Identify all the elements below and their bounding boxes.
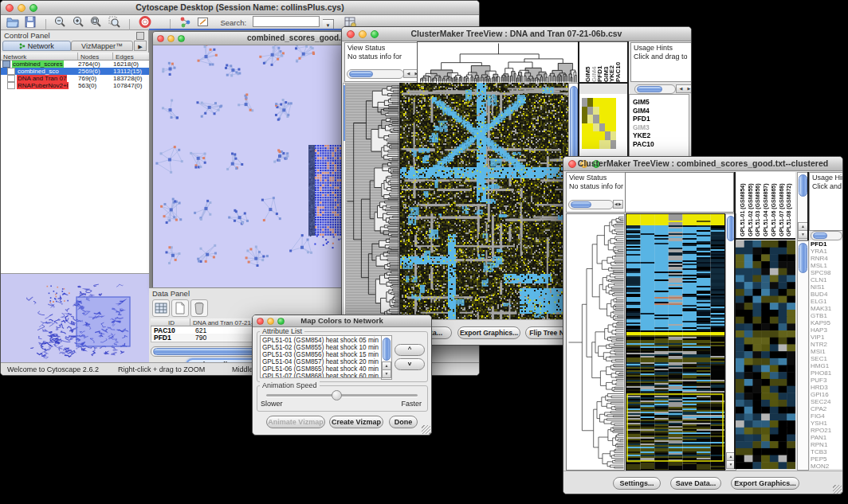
birdseye-canvas[interactable] — [1, 275, 149, 363]
gene-label[interactable]: GIM4 — [633, 107, 687, 115]
summary-cell[interactable] — [605, 123, 610, 132]
column-dendrogram[interactable] — [417, 41, 579, 84]
open-file-icon[interactable] — [6, 15, 20, 29]
summary-cell[interactable] — [593, 107, 599, 115]
scrollbar-thumb[interactable] — [799, 243, 807, 273]
scrollbar-thumb[interactable] — [799, 174, 807, 197]
speed-slider-track[interactable] — [266, 394, 418, 397]
gene-label[interactable]: CLN1 — [811, 276, 843, 283]
table-grid-icon[interactable] — [152, 299, 170, 317]
summary-cell[interactable] — [582, 107, 587, 115]
summary-cell[interactable] — [582, 98, 587, 107]
resize-grip[interactable] — [422, 425, 430, 434]
heatmap-canvas[interactable] — [626, 213, 725, 471]
settings-button[interactable]: Settings... — [613, 477, 661, 490]
network-table-row[interactable]: RNAPuberNov2+l563(0)107847(0) — [1, 82, 149, 89]
gene-label[interactable]: GIM5 — [633, 98, 687, 107]
tab-vizmapper[interactable]: VizMapper™ — [71, 41, 133, 51]
network-table-row[interactable]: combined_sco2569(6)13112(15) — [1, 68, 149, 75]
zoom-selected-icon[interactable] — [108, 15, 122, 29]
gene-label[interactable]: SEC24 — [811, 398, 843, 405]
gene-label[interactable]: TCB3 — [811, 448, 843, 455]
gene-label[interactable]: MSL1 — [811, 262, 843, 269]
summary-cell[interactable] — [610, 123, 616, 132]
network-table-row[interactable]: combined_scores2764(0)16218(0) — [1, 61, 149, 68]
attribute-item[interactable]: GPL51-06 (GSM865) heat shock 40 min — [262, 365, 390, 373]
view-status-hscrollbar[interactable] — [347, 69, 404, 79]
gene-label[interactable]: YKE2 — [633, 131, 687, 140]
summary-cell[interactable] — [587, 115, 593, 123]
summary-heatmap[interactable] — [582, 98, 616, 149]
summary-cell[interactable] — [610, 98, 616, 107]
summary-cell[interactable] — [587, 107, 593, 115]
gene-label[interactable]: SPC98 — [811, 269, 843, 276]
zoom-fit-icon[interactable] — [89, 15, 104, 29]
move-up-button[interactable]: ^ — [395, 344, 425, 356]
summary-cell[interactable] — [587, 98, 593, 107]
summary-hscrollbar[interactable] — [634, 84, 676, 94]
zoom-in-icon[interactable] — [72, 15, 86, 29]
zoom-vscrollbar[interactable] — [797, 240, 809, 471]
summary-cell[interactable] — [593, 140, 599, 149]
zoom-out-icon[interactable] — [53, 15, 68, 29]
scrollbar-thumb[interactable] — [349, 71, 373, 77]
speed-slider-thumb[interactable] — [332, 390, 342, 400]
summary-cell[interactable] — [599, 123, 605, 132]
gene-label[interactable]: PFD1 — [811, 240, 843, 248]
summary-cell[interactable] — [599, 98, 605, 107]
tab-overflow-icon[interactable]: ▶ — [134, 41, 147, 51]
heatmap-canvas[interactable] — [399, 83, 568, 319]
gene-label[interactable]: RNR4 — [811, 255, 843, 262]
scrollbar-thumb[interactable] — [344, 85, 345, 141]
tab-network[interactable]: Network — [2, 41, 71, 51]
create-vizmap-button[interactable]: Create Vizmap — [329, 416, 383, 428]
summary-cell[interactable] — [582, 115, 587, 123]
gene-label[interactable]: GPI16 — [811, 391, 843, 398]
summary-cell[interactable] — [599, 115, 605, 123]
gene-label[interactable]: MSI1 — [811, 348, 843, 355]
gene-label[interactable]: PFD1 — [633, 115, 687, 123]
attribute-list[interactable]: GPL51-01 (GSM854) heat shock 05 minGPL51… — [260, 335, 391, 378]
gene-label[interactable]: MAK31 — [811, 305, 843, 312]
scrollbar-thumb[interactable] — [383, 338, 391, 361]
save-icon[interactable] — [23, 15, 37, 29]
summary-cell[interactable] — [587, 140, 593, 149]
col-header-id[interactable]: ID — [151, 318, 190, 326]
summary-cell[interactable] — [593, 115, 599, 123]
attribute-item[interactable]: GPL51-04 (GSM857) heat shock 20 min — [262, 358, 390, 365]
scrollbar-thumb[interactable] — [813, 232, 827, 239]
gene-label[interactable]: RPO21 — [811, 427, 843, 434]
dialog-titlebar[interactable]: Map Colors to Network — [253, 315, 431, 327]
trash-icon[interactable] — [190, 299, 208, 317]
gene-label[interactable]: MON2 — [811, 463, 843, 469]
gene-label[interactable]: PAC10 — [633, 140, 687, 149]
gene-label[interactable]: PEP5 — [811, 455, 843, 463]
gene-label[interactable]: FIG4 — [811, 412, 843, 420]
summary-cell[interactable] — [605, 98, 610, 107]
cytoscape-titlebar[interactable]: Cytoscape Desktop (Session Name: collins… — [1, 1, 479, 15]
resize-grip[interactable] — [833, 485, 842, 494]
network-nodes-icon[interactable] — [179, 15, 193, 29]
summary-cell[interactable] — [605, 140, 610, 149]
summary-cell[interactable] — [599, 107, 605, 115]
done-button[interactable]: Done — [389, 416, 418, 428]
summary-cell[interactable] — [610, 107, 616, 115]
gene-label[interactable]: YRA1 — [811, 248, 843, 255]
scrollbar-thumb[interactable] — [571, 201, 591, 208]
export-graphics-button[interactable]: Export Graphics... — [731, 477, 799, 490]
gene-label[interactable]: CPA2 — [811, 405, 843, 412]
attribute-list-vscrollbar[interactable]: ▲ ▼ — [381, 335, 392, 380]
gene-label[interactable]: NTR2 — [811, 341, 843, 348]
network-table-row[interactable]: DNA and Tran 07769(0)183728(0) — [1, 75, 149, 82]
summary-cell[interactable] — [599, 140, 605, 149]
summary-cell[interactable] — [582, 131, 587, 140]
summary-cell[interactable] — [599, 131, 605, 140]
gene-label[interactable]: PHO81 — [811, 369, 843, 377]
float-panel-icon[interactable] — [136, 32, 144, 40]
gene-label[interactable]: HAP3 — [811, 326, 843, 334]
save-data-button[interactable]: Save Data... — [670, 477, 721, 490]
export-graphics-button[interactable]: Export Graphics... — [457, 326, 520, 339]
row-dendrogram[interactable] — [566, 213, 625, 471]
row-dendrogram[interactable] — [346, 83, 399, 319]
gene-label[interactable]: PAN1 — [811, 434, 843, 441]
